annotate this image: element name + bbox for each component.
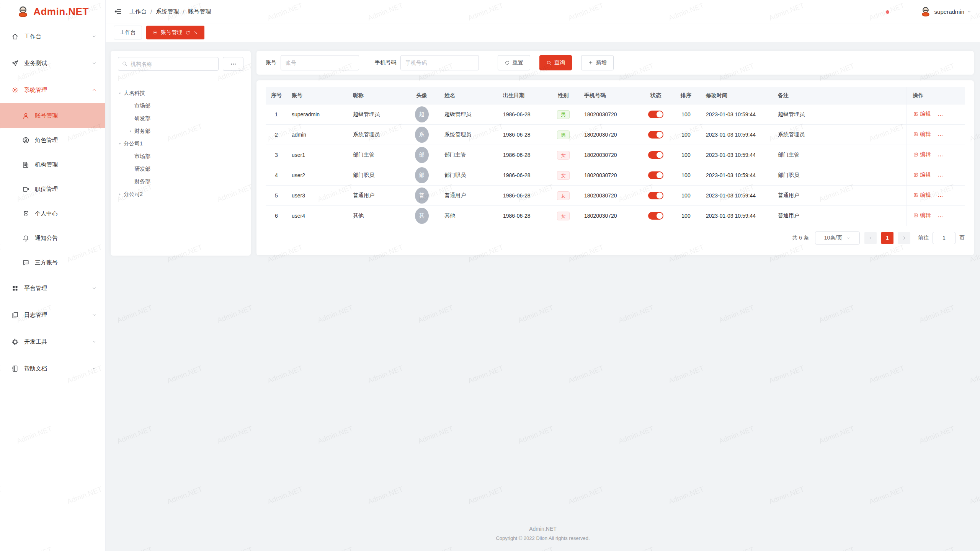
sidebar-item[interactable]: 账号管理 [0,103,105,128]
app-logo[interactable]: Admin.NET [0,0,105,23]
sidebar-item[interactable]: 三方账号 [0,250,105,275]
monk-avatar-icon [16,5,29,18]
breadcrumb-item[interactable]: / [150,8,152,15]
page-size-select[interactable]: 10条/页 [815,231,860,245]
more-actions-button[interactable] [938,194,943,199]
sidebar-item[interactable]: 系统管理 [0,77,105,103]
tree-node[interactable]: 财务部 [127,125,245,137]
sidebar-item[interactable]: 日志管理 [0,302,105,328]
goto-page-input[interactable] [933,232,956,244]
collapse-menu-icon[interactable] [114,8,122,15]
more-actions-button[interactable] [938,112,943,118]
edit-button[interactable]: 编辑 [913,192,931,199]
sidebar-item[interactable]: 个人中心 [0,201,105,226]
sidebar-item[interactable]: 角色管理 [0,128,105,152]
column-header: 昵称 [348,87,403,104]
toggle-knob [657,192,663,199]
cell-birthdate: 1986-06-28 [498,104,547,125]
edit-label: 编辑 [920,212,931,219]
close-icon[interactable] [193,30,198,35]
cell-remark: 超级管理员 [773,104,906,125]
sidebar-item[interactable]: 通知公告 [0,226,105,250]
menu-label: 日志管理 [24,311,91,319]
tree-node[interactable]: 大名科技 [116,87,245,99]
phone-input[interactable] [400,55,479,70]
search-label: 查询 [554,59,565,66]
refresh-icon[interactable] [185,30,190,35]
caret-right-icon[interactable] [116,192,124,197]
toggle-knob [657,132,663,138]
sidebar-item[interactable]: 机构管理 [0,152,105,177]
refresh-icon [505,60,510,65]
reset-button[interactable]: 重置 [498,55,530,70]
tree-node[interactable]: 研发部 [127,112,245,125]
tree-node[interactable]: 市场部 [127,99,245,112]
cpu-icon [11,338,19,346]
edit-button[interactable]: 编辑 [913,212,931,219]
status-toggle[interactable] [648,192,663,199]
dot-circle-icon [152,30,158,35]
tab-bar: 工作台 账号管理 [106,23,980,42]
edit-button[interactable]: 编辑 [913,111,931,117]
edit-icon [913,192,918,198]
username[interactable]: superadmin [934,8,964,15]
more-actions-button[interactable] [938,173,943,179]
more-actions-button[interactable] [938,214,943,220]
more-icon [230,61,237,67]
org-more-button[interactable] [223,57,243,71]
caret-down-icon[interactable] [116,142,124,146]
status-toggle[interactable] [648,131,663,139]
menu-label: 业务测试 [24,60,91,67]
breadcrumb-item[interactable]: 工作台 [129,8,147,15]
edit-button[interactable]: 编辑 [913,151,931,158]
breadcrumb-item[interactable]: 系统管理 [156,8,179,15]
page-tab[interactable]: 工作台 [114,26,142,39]
account-input[interactable] [281,55,359,70]
status-toggle[interactable] [648,151,663,159]
tree-node[interactable]: 财务部 [127,175,245,188]
menu-label: 工作台 [24,33,91,40]
status-toggle[interactable] [648,171,663,179]
edit-button[interactable]: 编辑 [913,131,931,138]
user-avatar[interactable] [920,6,931,17]
tree-node[interactable]: 分公司1 [116,137,245,150]
next-page-button[interactable] [898,232,910,244]
add-button[interactable]: 新增 [581,55,614,70]
cell-name: 系统管理员 [440,125,498,145]
chevron-up-icon [91,87,97,93]
chevron-down-icon [846,236,851,240]
sidebar-item[interactable]: 职位管理 [0,177,105,201]
page-tab[interactable]: 账号管理 [146,26,204,39]
status-toggle[interactable] [648,111,663,118]
more-actions-button[interactable] [938,153,943,159]
caret-right-icon[interactable] [127,129,134,134]
sidebar-item[interactable]: 开发工具 [0,328,105,355]
chevron-down-icon[interactable] [967,9,972,14]
cell-remark: 部门职员 [773,165,906,186]
cell-modified-time: 2023-01-03 10:59:44 [701,206,773,226]
edit-button[interactable]: 编辑 [913,171,931,178]
caret-down-icon[interactable] [116,91,124,96]
sidebar-item[interactable]: 业务测试 [0,50,105,77]
org-name-input[interactable] [118,57,219,71]
breadcrumb-item[interactable]: 账号管理 [188,8,211,15]
tree-node[interactable]: 研发部 [127,163,245,175]
accounts-table-card: 序号 账号 昵称 头像 姓名 出生日期 [256,80,974,255]
current-page[interactable]: 1 [881,232,893,244]
prev-page-button[interactable] [864,232,877,244]
sidebar-item[interactable]: 工作台 [0,23,105,50]
status-toggle[interactable] [648,212,663,220]
tree-node[interactable]: 市场部 [127,150,245,163]
tab-label: 账号管理 [161,29,182,36]
page-size-value: 10条/页 [824,235,842,241]
menu-label: 角色管理 [35,137,105,144]
search-button[interactable]: 查询 [539,55,572,70]
column-header: 备注 [773,87,906,104]
more-actions-button[interactable] [938,133,943,139]
cell-account: superadmin [287,104,348,125]
tree-node[interactable]: 分公司2 [116,188,245,201]
menu-label: 开发工具 [24,338,91,346]
breadcrumb-item[interactable]: / [183,8,184,15]
sidebar-item[interactable]: 帮助文档 [0,355,105,382]
sidebar-item[interactable]: 平台管理 [0,275,105,302]
